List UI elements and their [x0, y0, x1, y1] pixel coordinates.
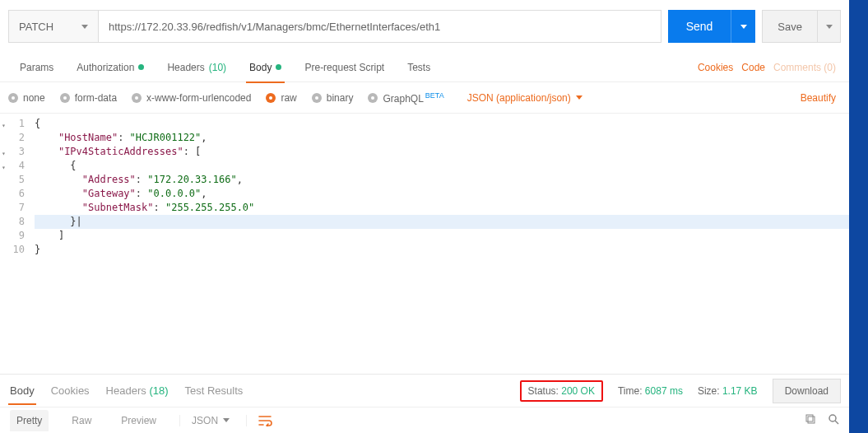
line-gutter: 1▾23▾4▾5678910	[0, 114, 30, 374]
status-dot-icon	[138, 64, 144, 70]
chevron-down-icon	[223, 418, 230, 422]
svg-point-2	[829, 415, 836, 421]
http-method-value: PATCH	[19, 21, 53, 33]
svg-rect-1	[808, 417, 815, 423]
chevron-down-icon	[826, 25, 833, 29]
code-link[interactable]: Code	[741, 62, 765, 73]
line-wrap-icon[interactable]	[246, 415, 273, 426]
send-button[interactable]: Send	[668, 10, 731, 43]
format-pretty[interactable]: Pretty	[10, 410, 49, 431]
chevron-down-icon	[740, 25, 747, 29]
body-type-none[interactable]: none	[8, 92, 45, 104]
response-size: Size: 1.17 KB	[698, 385, 758, 397]
tab-authorization[interactable]: Authorization	[65, 53, 155, 82]
response-tab-test-results[interactable]: Test Results	[183, 376, 245, 405]
tab-headers[interactable]: Headers (10)	[155, 53, 238, 82]
code-content: { "HostName": "HCJR001122", "IPv4StaticA…	[30, 114, 849, 374]
tab-tests[interactable]: Tests	[396, 53, 442, 82]
svg-rect-0	[806, 415, 813, 421]
beautify-link[interactable]: Beautify	[801, 92, 841, 104]
radio-icon	[8, 93, 18, 103]
request-body-editor[interactable]: 1▾23▾4▾5678910 { "HostName": "HCJR001122…	[0, 114, 849, 374]
status-badge: Status: 200 OK	[520, 380, 603, 402]
url-input[interactable]	[99, 10, 661, 43]
search-icon[interactable]	[828, 413, 839, 427]
response-tab-cookies[interactable]: Cookies	[49, 376, 91, 405]
format-raw[interactable]: Raw	[65, 410, 98, 431]
download-button[interactable]: Download	[773, 379, 841, 403]
svg-line-3	[835, 421, 838, 424]
cookies-link[interactable]: Cookies	[698, 62, 733, 73]
save-button[interactable]: Save	[762, 10, 818, 43]
body-type-graphql[interactable]: GraphQLBETA	[368, 91, 443, 105]
radio-icon	[132, 93, 142, 103]
copy-icon[interactable]	[805, 413, 816, 427]
comments-link[interactable]: Comments (0)	[773, 62, 836, 73]
radio-icon	[312, 93, 322, 103]
http-method-select[interactable]: PATCH	[8, 10, 99, 43]
chevron-down-icon	[576, 95, 583, 100]
body-type-raw[interactable]: raw	[266, 92, 296, 104]
body-type-binary[interactable]: binary	[312, 92, 354, 104]
body-type-urlencoded[interactable]: x-www-form-urlencoded	[132, 92, 251, 104]
response-tab-body[interactable]: Body	[8, 376, 36, 405]
response-tab-headers[interactable]: Headers (18)	[104, 376, 170, 405]
tab-prerequest[interactable]: Pre-request Script	[293, 53, 396, 82]
body-type-formdata[interactable]: form-data	[60, 92, 117, 104]
chevron-down-icon	[81, 25, 88, 29]
content-type-select[interactable]: JSON (application/json)	[467, 92, 583, 104]
response-lang-select[interactable]: JSON	[179, 415, 230, 426]
send-dropdown-button[interactable]	[731, 10, 755, 43]
tab-body[interactable]: Body	[238, 53, 293, 82]
save-dropdown-button[interactable]	[818, 10, 841, 43]
response-time: Time: 6087 ms	[618, 385, 683, 397]
radio-icon	[368, 93, 378, 103]
tab-params[interactable]: Params	[8, 53, 65, 82]
radio-icon	[266, 93, 276, 103]
format-preview[interactable]: Preview	[114, 410, 163, 431]
right-sidebar	[849, 0, 868, 433]
status-dot-icon	[276, 64, 281, 70]
radio-icon	[60, 93, 70, 103]
